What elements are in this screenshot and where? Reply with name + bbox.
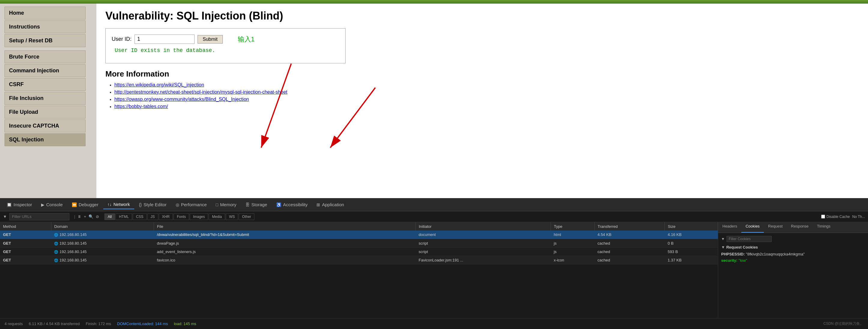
submit-button[interactable]: Submit <box>197 35 223 43</box>
cell-method: GET <box>0 239 51 248</box>
filter-icon: ▼ <box>3 214 7 219</box>
tab-cookies[interactable]: Cookies <box>741 222 764 233</box>
tab-headers[interactable]: Headers <box>718 222 741 233</box>
cookie-phpsessid-value: "8fkivqb2c1oaqmuqqcka4mkgma" <box>746 252 805 256</box>
tab-memory[interactable]: □ Memory <box>212 200 241 209</box>
tab-performance-label: Performance <box>181 202 207 207</box>
tab-accessibility[interactable]: ♿ Accessibility <box>272 200 312 209</box>
user-id-input[interactable] <box>134 35 194 44</box>
table-row[interactable]: GET 🌐192.168.80.145 favicon.ico FaviconL… <box>0 256 718 264</box>
list-item: https://bobby-tables.com/ <box>114 104 859 109</box>
cell-type: js <box>551 248 594 256</box>
cell-initiator: script <box>415 239 551 248</box>
table-row[interactable]: GET 🌐192.168.80.145 dvwaPage.js script j… <box>0 239 718 248</box>
filter-css[interactable]: CSS <box>133 213 147 220</box>
performance-icon: ◎ <box>176 202 179 207</box>
filter-ws[interactable]: WS <box>226 213 238 220</box>
tab-application[interactable]: ⊞ Application <box>312 200 348 209</box>
no-throttle-label: No Th... <box>852 215 865 219</box>
filter-fonts[interactable]: Fonts <box>174 213 189 220</box>
cookie-phpsessid-name: PHPSESSID: <box>721 252 746 256</box>
col-initiator: Initiator <box>415 222 551 231</box>
devtools-panel: 🔲 Inspector ▶ Console ⏩ Debugger ↑↓ Netw… <box>0 198 868 329</box>
link-pentestmonkey[interactable]: http://pentestmonkey.net/cheat-sheet/sql… <box>114 90 287 95</box>
cell-transferred: cached <box>594 248 665 256</box>
link-bobby-tables[interactable]: https://bobby-tables.com/ <box>114 104 168 109</box>
sidebar: Home Instructions Setup / Reset DB Brute… <box>0 4 96 198</box>
cell-file: /dvwa/vulnerabilities/sqli_blind/?id=1&S… <box>154 231 415 239</box>
sidebar-item-brute-force[interactable]: Brute Force <box>4 51 86 63</box>
block-icon[interactable]: ⊘ <box>96 214 99 219</box>
sidebar-item-home[interactable]: Home <box>4 7 86 20</box>
user-id-label: User ID: <box>112 36 131 42</box>
cookies-section-title: ▼ Request Cookies <box>721 245 865 250</box>
col-method: Method <box>0 222 51 231</box>
storage-icon: 🗄 <box>245 202 249 207</box>
filter-cookies-icon: ▼ <box>721 237 725 241</box>
filter-media[interactable]: Media <box>209 213 225 220</box>
sidebar-item-file-upload[interactable]: File Upload <box>4 106 86 119</box>
status-bar: 4 requests 6.11 KB / 4.54 KB transferred… <box>0 318 868 329</box>
tab-debugger[interactable]: ⏩ Debugger <box>67 200 103 209</box>
request-cookies-label: Request Cookies <box>726 245 758 250</box>
type-filter-group: All HTML CSS JS XHR Fonts Images Media W… <box>104 213 254 220</box>
list-item: https://en.wikipedia.org/wiki/SQL_inject… <box>114 82 859 88</box>
network-icon: ↑↓ <box>107 202 112 207</box>
inspector-icon: 🔲 <box>7 202 12 207</box>
filter-all[interactable]: All <box>104 213 115 220</box>
sidebar-item-sql-injection[interactable]: SQL Injection <box>4 133 86 146</box>
pause-icon[interactable]: ⏸ <box>78 214 81 219</box>
cell-size: 1.37 KB <box>665 256 718 264</box>
cell-size: 4.16 KB <box>665 231 718 239</box>
tab-storage[interactable]: 🗄 Storage <box>241 200 272 209</box>
tab-timings[interactable]: Timings <box>813 222 835 233</box>
table-row[interactable]: GET 🌐192.168.80.145 add_event_listeners.… <box>0 248 718 256</box>
filter-js[interactable]: JS <box>148 213 158 220</box>
accessibility-icon: ♿ <box>276 202 281 207</box>
cookie-phpsessid: PHPSESSID: "8fkivqb2c1oaqmuqqcka4mkgma" <box>721 252 865 256</box>
top-bar <box>0 0 868 4</box>
tab-application-label: Application <box>322 202 344 207</box>
status-requests: 4 requests <box>4 322 23 326</box>
network-table: Method Domain File Initiator Type Transf… <box>0 222 718 264</box>
link-owasp[interactable]: https://owasp.org/www-community/attacks/… <box>114 97 249 102</box>
filter-html[interactable]: HTML <box>116 213 132 220</box>
tab-style-editor[interactable]: {} Style Editor <box>135 200 171 209</box>
table-row[interactable]: GET 🌐192.168.80.145 /dvwa/vulnerabilitie… <box>0 231 718 239</box>
links-list: https://en.wikipedia.org/wiki/SQL_inject… <box>105 82 859 109</box>
filter-urls-input[interactable] <box>9 213 69 220</box>
cell-type: x-icon <box>551 256 594 264</box>
tab-inspector[interactable]: 🔲 Inspector <box>2 200 36 209</box>
tab-console[interactable]: ▶ Console <box>37 200 67 209</box>
add-icon[interactable]: + <box>84 214 86 219</box>
sidebar-item-csrf[interactable]: CSRF <box>4 78 86 91</box>
sidebar-item-file-inclusion[interactable]: File Inclusion <box>4 92 86 105</box>
cookies-filter-input[interactable] <box>726 236 772 242</box>
disable-cache-checkbox[interactable] <box>821 215 825 219</box>
form-box: User ID: Submit 输入1 User ID exists in th… <box>105 28 346 63</box>
cell-size: 0 B <box>665 239 718 248</box>
sidebar-item-command-injection[interactable]: Command Injection <box>4 64 86 77</box>
link-wikipedia[interactable]: https://en.wikipedia.org/wiki/SQL_inject… <box>114 82 204 87</box>
tab-network[interactable]: ↑↓ Network <box>103 200 134 209</box>
sidebar-item-setup[interactable]: Setup / Reset DB <box>4 34 86 47</box>
sidebar-item-insecure-captcha[interactable]: Insecure CAPTCHA <box>4 120 86 132</box>
filter-other[interactable]: Other <box>239 213 254 220</box>
cell-initiator: document <box>415 231 551 239</box>
tab-memory-label: Memory <box>220 202 236 207</box>
content-area: Vulnerability: SQL Injection (Blind) Use… <box>96 4 868 198</box>
col-file: File <box>154 222 415 231</box>
sidebar-item-instructions[interactable]: Instructions <box>4 21 86 33</box>
col-transferred: Transferred <box>594 222 665 231</box>
tab-request[interactable]: Request <box>764 222 787 233</box>
tab-performance[interactable]: ◎ Performance <box>172 200 211 209</box>
cell-type: html <box>551 231 594 239</box>
debugger-icon: ⏩ <box>72 202 77 207</box>
search-icon[interactable]: 🔍 <box>89 214 93 219</box>
filter-xhr[interactable]: XHR <box>159 213 173 220</box>
main-area: Home Instructions Setup / Reset DB Brute… <box>0 4 868 198</box>
filter-images[interactable]: Images <box>190 213 208 220</box>
more-info-title: More Information <box>105 69 859 79</box>
tab-response[interactable]: Response <box>787 222 813 233</box>
cell-file: dvwaPage.js <box>154 239 415 248</box>
